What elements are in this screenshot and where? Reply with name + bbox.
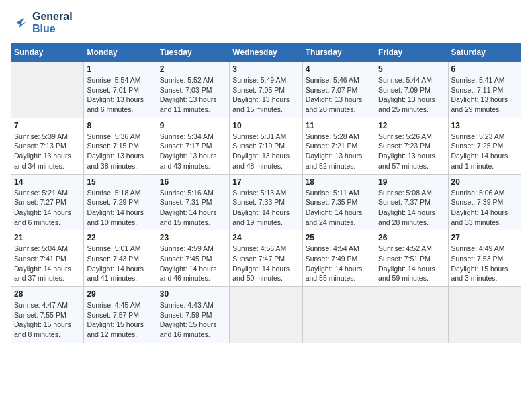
day-number: 3 (232, 64, 299, 74)
day-cell: 12Sunrise: 5:26 AMSunset: 7:23 PMDayligh… (375, 118, 448, 174)
day-info: Sunrise: 5:16 AMSunset: 7:31 PMDaylight:… (160, 188, 226, 228)
week-row-3: 14Sunrise: 5:21 AMSunset: 7:27 PMDayligh… (11, 174, 521, 230)
day-info: Sunrise: 5:54 AMSunset: 7:01 PMDaylight:… (87, 75, 153, 115)
day-number: 12 (378, 121, 445, 130)
day-number: 5 (378, 64, 445, 74)
logo-text: General Blue (32, 11, 73, 35)
day-number: 9 (160, 121, 226, 130)
day-info: Sunrise: 5:49 AMSunset: 7:05 PMDaylight:… (232, 75, 299, 115)
day-number: 30 (160, 289, 226, 299)
day-cell: 2Sunrise: 5:52 AMSunset: 7:03 PMDaylight… (157, 62, 229, 118)
day-cell: 11Sunrise: 5:28 AMSunset: 7:21 PMDayligh… (302, 118, 375, 174)
week-row-5: 28Sunrise: 4:47 AMSunset: 7:55 PMDayligh… (11, 287, 521, 343)
day-cell (302, 287, 375, 343)
day-number: 20 (451, 177, 518, 187)
day-cell (448, 287, 521, 343)
day-number: 21 (14, 233, 81, 242)
day-cell: 8Sunrise: 5:36 AMSunset: 7:15 PMDaylight… (84, 118, 157, 174)
week-row-4: 21Sunrise: 5:04 AMSunset: 7:41 PMDayligh… (11, 230, 521, 287)
day-info: Sunrise: 5:36 AMSunset: 7:15 PMDaylight:… (87, 132, 153, 171)
weekday-header-friday: Friday (375, 44, 448, 62)
day-cell: 18Sunrise: 5:11 AMSunset: 7:35 PMDayligh… (302, 174, 375, 230)
logo: General Blue (11, 11, 73, 35)
day-info: Sunrise: 5:21 AMSunset: 7:27 PMDaylight:… (14, 188, 81, 228)
day-cell: 23Sunrise: 4:59 AMSunset: 7:45 PMDayligh… (157, 230, 229, 287)
day-number: 29 (87, 289, 153, 299)
day-info: Sunrise: 4:45 AMSunset: 7:57 PMDaylight:… (87, 300, 153, 340)
day-info: Sunrise: 5:44 AMSunset: 7:09 PMDaylight:… (378, 75, 445, 115)
day-cell: 15Sunrise: 5:18 AMSunset: 7:29 PMDayligh… (84, 174, 157, 230)
calendar-table: SundayMondayTuesdayWednesdayThursdayFrid… (11, 43, 521, 343)
day-cell: 25Sunrise: 4:54 AMSunset: 7:49 PMDayligh… (302, 230, 375, 287)
day-cell: 29Sunrise: 4:45 AMSunset: 7:57 PMDayligh… (84, 287, 157, 343)
day-info: Sunrise: 5:52 AMSunset: 7:03 PMDaylight:… (160, 75, 226, 115)
day-info: Sunrise: 4:52 AMSunset: 7:51 PMDaylight:… (378, 244, 445, 283)
day-number: 27 (451, 233, 518, 242)
day-info: Sunrise: 5:28 AMSunset: 7:21 PMDaylight:… (306, 132, 372, 171)
day-number: 23 (160, 233, 226, 242)
day-cell: 30Sunrise: 4:43 AMSunset: 7:59 PMDayligh… (157, 287, 229, 343)
day-cell (230, 287, 302, 343)
day-info: Sunrise: 5:31 AMSunset: 7:19 PMDaylight:… (232, 132, 299, 171)
day-info: Sunrise: 5:06 AMSunset: 7:39 PMDaylight:… (451, 188, 518, 228)
day-info: Sunrise: 5:23 AMSunset: 7:25 PMDaylight:… (451, 132, 518, 171)
day-info: Sunrise: 5:04 AMSunset: 7:41 PMDaylight:… (14, 244, 81, 283)
day-cell: 10Sunrise: 5:31 AMSunset: 7:19 PMDayligh… (230, 118, 302, 174)
day-info: Sunrise: 5:46 AMSunset: 7:07 PMDaylight:… (306, 75, 372, 115)
day-info: Sunrise: 4:54 AMSunset: 7:49 PMDaylight:… (306, 244, 372, 283)
day-info: Sunrise: 5:18 AMSunset: 7:29 PMDaylight:… (87, 188, 153, 228)
day-info: Sunrise: 4:43 AMSunset: 7:59 PMDaylight:… (160, 300, 226, 340)
day-number: 15 (87, 177, 153, 187)
day-info: Sunrise: 5:39 AMSunset: 7:13 PMDaylight:… (14, 132, 81, 171)
weekday-header-monday: Monday (84, 44, 157, 62)
logo-icon (11, 13, 30, 32)
day-number: 26 (378, 233, 445, 242)
day-cell: 13Sunrise: 5:23 AMSunset: 7:25 PMDayligh… (448, 118, 521, 174)
day-cell: 27Sunrise: 4:49 AMSunset: 7:53 PMDayligh… (448, 230, 521, 287)
day-info: Sunrise: 5:01 AMSunset: 7:43 PMDaylight:… (87, 244, 153, 283)
day-cell: 26Sunrise: 4:52 AMSunset: 7:51 PMDayligh… (375, 230, 448, 287)
day-cell: 9Sunrise: 5:34 AMSunset: 7:17 PMDaylight… (157, 118, 229, 174)
svg-marker-0 (16, 18, 26, 28)
day-cell: 22Sunrise: 5:01 AMSunset: 7:43 PMDayligh… (84, 230, 157, 287)
week-row-1: 1Sunrise: 5:54 AMSunset: 7:01 PMDaylight… (11, 62, 521, 118)
day-cell: 24Sunrise: 4:56 AMSunset: 7:47 PMDayligh… (230, 230, 302, 287)
day-info: Sunrise: 5:11 AMSunset: 7:35 PMDaylight:… (306, 188, 372, 228)
day-number: 18 (306, 177, 372, 187)
weekday-header-sunday: Sunday (11, 44, 84, 62)
day-number: 28 (14, 289, 81, 299)
week-row-2: 7Sunrise: 5:39 AMSunset: 7:13 PMDaylight… (11, 118, 521, 174)
day-cell: 17Sunrise: 5:13 AMSunset: 7:33 PMDayligh… (230, 174, 302, 230)
header: General Blue (11, 11, 521, 35)
day-number: 10 (232, 121, 299, 130)
day-number: 7 (14, 121, 81, 130)
day-cell: 20Sunrise: 5:06 AMSunset: 7:39 PMDayligh… (448, 174, 521, 230)
day-info: Sunrise: 4:59 AMSunset: 7:45 PMDaylight:… (160, 244, 226, 283)
day-number: 6 (451, 64, 518, 74)
day-number: 14 (14, 177, 81, 187)
day-info: Sunrise: 5:13 AMSunset: 7:33 PMDaylight:… (232, 188, 299, 228)
day-number: 16 (160, 177, 226, 187)
day-cell: 4Sunrise: 5:46 AMSunset: 7:07 PMDaylight… (302, 62, 375, 118)
day-number: 4 (306, 64, 372, 74)
day-cell: 19Sunrise: 5:08 AMSunset: 7:37 PMDayligh… (375, 174, 448, 230)
day-cell: 1Sunrise: 5:54 AMSunset: 7:01 PMDaylight… (84, 62, 157, 118)
day-info: Sunrise: 4:49 AMSunset: 7:53 PMDaylight:… (451, 244, 518, 283)
weekday-header-row: SundayMondayTuesdayWednesdayThursdayFrid… (11, 44, 521, 62)
day-cell: 3Sunrise: 5:49 AMSunset: 7:05 PMDaylight… (230, 62, 302, 118)
day-cell: 16Sunrise: 5:16 AMSunset: 7:31 PMDayligh… (157, 174, 229, 230)
day-cell: 14Sunrise: 5:21 AMSunset: 7:27 PMDayligh… (11, 174, 84, 230)
day-info: Sunrise: 5:41 AMSunset: 7:11 PMDaylight:… (451, 75, 518, 115)
day-number: 24 (232, 233, 299, 242)
day-info: Sunrise: 4:47 AMSunset: 7:55 PMDaylight:… (14, 300, 81, 340)
weekday-header-saturday: Saturday (448, 44, 521, 62)
weekday-header-thursday: Thursday (302, 44, 375, 62)
weekday-header-wednesday: Wednesday (230, 44, 302, 62)
day-number: 17 (232, 177, 299, 187)
day-info: Sunrise: 5:26 AMSunset: 7:23 PMDaylight:… (378, 132, 445, 171)
day-number: 11 (306, 121, 372, 130)
day-cell: 21Sunrise: 5:04 AMSunset: 7:41 PMDayligh… (11, 230, 84, 287)
day-number: 13 (451, 121, 518, 130)
day-cell: 28Sunrise: 4:47 AMSunset: 7:55 PMDayligh… (11, 287, 84, 343)
day-cell (11, 62, 84, 118)
